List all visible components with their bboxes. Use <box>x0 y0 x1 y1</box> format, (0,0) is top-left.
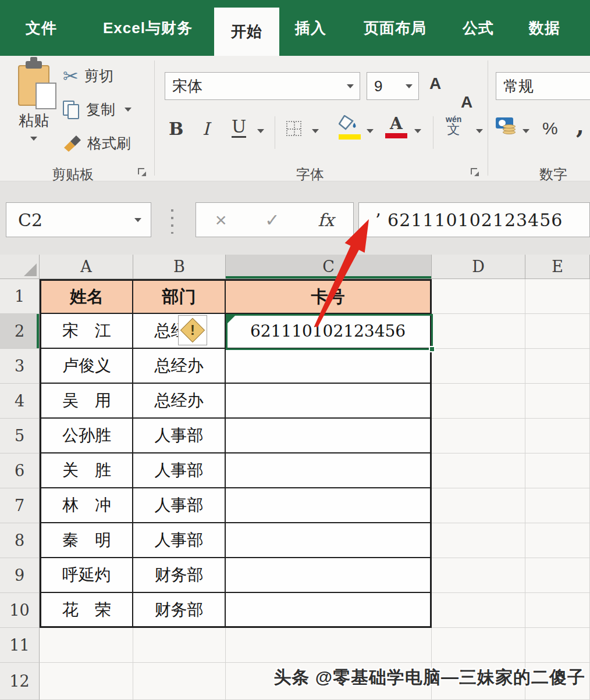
cell-A10[interactable]: 花 荣 <box>40 593 133 628</box>
cell-B5[interactable]: 人事部 <box>133 419 226 453</box>
paste-button[interactable]: 粘贴 <box>9 59 58 157</box>
underline-caret-icon[interactable] <box>257 129 264 133</box>
column-header-A[interactable]: A <box>40 255 133 279</box>
error-checking-button[interactable]: ! <box>178 315 207 345</box>
cell-A4[interactable]: 吴 用 <box>40 384 133 419</box>
cell-A11[interactable] <box>40 628 133 663</box>
cell-D1[interactable] <box>432 279 525 314</box>
cell-A2[interactable]: 宋 江 <box>40 314 133 349</box>
cell-D10[interactable] <box>432 593 525 628</box>
cell-A9[interactable]: 呼延灼 <box>40 558 133 593</box>
cancel-icon[interactable]: × <box>215 209 227 231</box>
paste-dropdown-caret-icon[interactable] <box>30 137 37 141</box>
cell-B8[interactable]: 人事部 <box>133 523 226 558</box>
cell-E3[interactable] <box>525 349 590 384</box>
insert-function-icon[interactable]: fx <box>318 210 334 230</box>
cell-C2[interactable]: 621110102123456 <box>226 314 432 349</box>
column-header-B[interactable]: B <box>133 255 226 279</box>
italic-button[interactable]: I <box>202 119 209 139</box>
row-header-3[interactable]: 3 <box>0 349 40 384</box>
font-size-combobox[interactable]: 9 <box>367 72 419 100</box>
cell-E7[interactable] <box>525 488 590 523</box>
cell-C3[interactable] <box>226 349 432 384</box>
cell-B6[interactable]: 人事部 <box>133 453 226 488</box>
cell-C10[interactable] <box>226 593 432 628</box>
tab-insert[interactable]: 插入 <box>286 0 335 56</box>
comma-style-button[interactable]: , <box>576 112 584 139</box>
cell-E2[interactable] <box>525 314 590 349</box>
cell-D2[interactable] <box>432 314 525 349</box>
column-header-E[interactable]: E <box>525 255 590 279</box>
accounting-format-button[interactable] <box>496 116 517 137</box>
cell-E11[interactable] <box>525 628 590 663</box>
cell-A7[interactable]: 林 冲 <box>40 488 133 523</box>
cell-D7[interactable] <box>432 488 525 523</box>
cell-A3[interactable]: 卢俊义 <box>40 349 133 384</box>
cell-D5[interactable] <box>432 419 525 453</box>
cell-D8[interactable] <box>432 523 525 558</box>
cell-C6[interactable] <box>226 453 432 488</box>
copy-button[interactable]: 复制 <box>63 100 131 119</box>
row-header-6[interactable]: 6 <box>0 453 40 488</box>
cell-E8[interactable] <box>525 523 590 558</box>
tab-excel-finance[interactable]: Excel与财务 <box>93 0 202 56</box>
font-color-button[interactable]: A <box>385 114 407 138</box>
row-header-2[interactable]: 2 <box>0 314 40 349</box>
font-size-caret-icon[interactable] <box>406 84 413 88</box>
cell-E4[interactable] <box>525 384 590 419</box>
cell-B10[interactable]: 财务部 <box>133 593 226 628</box>
row-header-11[interactable]: 11 <box>0 628 40 663</box>
cell-E1[interactable] <box>525 279 590 314</box>
cell-D4[interactable] <box>432 384 525 419</box>
row-header-1[interactable]: 1 <box>0 279 40 314</box>
cell-C8[interactable] <box>226 523 432 558</box>
cell-B4[interactable]: 总经办 <box>133 384 226 419</box>
enter-icon[interactable]: ✓ <box>265 210 279 230</box>
cell-C5[interactable] <box>226 419 432 453</box>
cut-button[interactable]: ✂ 剪切 <box>63 66 113 85</box>
tab-data[interactable]: 数据 <box>521 0 568 56</box>
cell-C1[interactable]: 卡号 <box>226 279 432 314</box>
tab-home[interactable]: 开始 <box>214 8 279 56</box>
font-dialog-launcher-icon[interactable] <box>470 167 479 176</box>
cell-D6[interactable] <box>432 453 525 488</box>
row-header-7[interactable]: 7 <box>0 488 40 523</box>
row-header-9[interactable]: 9 <box>0 558 40 593</box>
cell-E9[interactable] <box>525 558 590 593</box>
underline-button[interactable]: U <box>232 117 246 138</box>
borders-icon[interactable] <box>286 121 301 136</box>
clipboard-dialog-launcher-icon[interactable] <box>137 167 146 176</box>
cell-A6[interactable]: 关 胜 <box>40 453 133 488</box>
bold-button[interactable]: B <box>169 119 183 139</box>
cell-B7[interactable]: 人事部 <box>133 488 226 523</box>
cell-D9[interactable] <box>432 558 525 593</box>
percent-style-button[interactable]: % <box>542 119 558 138</box>
number-format-combobox[interactable]: 常规 <box>496 72 590 100</box>
tab-page-layout[interactable]: 页面布局 <box>354 0 436 56</box>
row-header-4[interactable]: 4 <box>0 384 40 419</box>
cell-E5[interactable] <box>525 419 590 453</box>
cell-E6[interactable] <box>525 453 590 488</box>
cell-C4[interactable] <box>226 384 432 419</box>
cell-A5[interactable]: 公孙胜 <box>40 419 133 453</box>
cell-B1[interactable]: 部门 <box>133 279 226 314</box>
font-name-combobox[interactable]: 宋体 <box>165 72 360 100</box>
row-header-8[interactable]: 8 <box>0 523 40 558</box>
formula-input[interactable]: ’ 621110102123456 <box>358 202 590 237</box>
row-header-5[interactable]: 5 <box>0 419 40 453</box>
column-header-C[interactable]: C <box>226 255 432 279</box>
cell-D3[interactable] <box>432 349 525 384</box>
font-name-caret-icon[interactable] <box>347 84 354 88</box>
select-all-button[interactable] <box>0 255 40 279</box>
format-painter-button[interactable]: 格式刷 <box>63 134 131 153</box>
copy-dropdown-caret-icon[interactable] <box>125 108 131 112</box>
phonetic-guide-button[interactable]: wén 文 <box>446 115 461 136</box>
cell-D11[interactable] <box>432 628 525 663</box>
cell-C7[interactable] <box>226 488 432 523</box>
cell-B3[interactable]: 总经办 <box>133 349 226 384</box>
cell-A8[interactable]: 秦 明 <box>40 523 133 558</box>
cell-C9[interactable] <box>226 558 432 593</box>
tab-formulas[interactable]: 公式 <box>455 0 502 56</box>
fill-color-caret-icon[interactable] <box>367 129 374 133</box>
borders-caret-icon[interactable] <box>312 129 319 133</box>
